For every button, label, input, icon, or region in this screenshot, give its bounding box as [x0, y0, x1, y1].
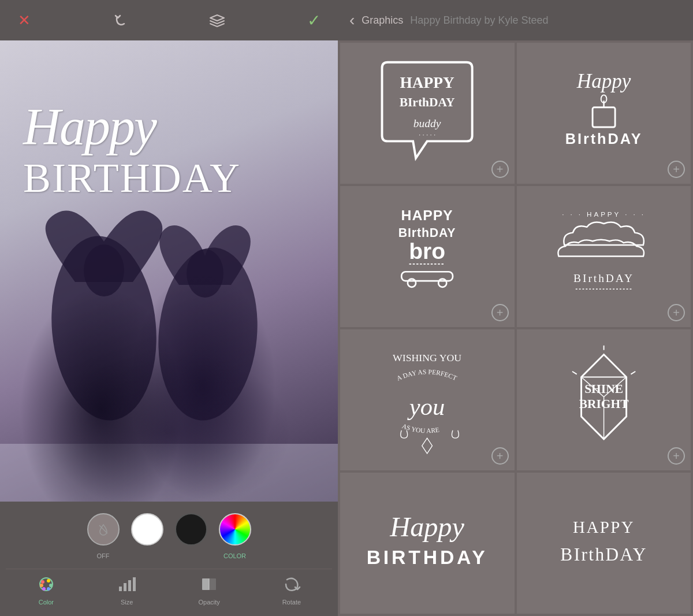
- label-color: COLOR: [219, 552, 251, 559]
- opacity-icon: [200, 576, 218, 596]
- svg-rect-14: [124, 583, 126, 591]
- color-palette-icon: [37, 576, 55, 596]
- svg-rect-18: [209, 578, 216, 590]
- svg-text:BRIGHT: BRIGHT: [579, 398, 628, 411]
- bottom-tools: OFF COLOR Color: [0, 502, 338, 616]
- layers-button[interactable]: [204, 8, 230, 33]
- layers-icon: [208, 12, 226, 28]
- svg-text:BIrthDAY: BIrthDAY: [565, 131, 642, 147]
- graphic-svg-hb-candle: Happy BIrthDAY: [534, 57, 673, 169]
- label-off: OFF: [87, 552, 120, 559]
- label-black: [175, 552, 207, 559]
- graphic-item-hb-bro[interactable]: HAPPY BIrthDAY bro +: [340, 186, 515, 327]
- svg-text:HAPPY: HAPPY: [573, 518, 635, 536]
- canvas-area: Happy BIrthday: [0, 40, 338, 502]
- svg-point-12: [40, 584, 43, 587]
- graphic-svg-hb-clouds: · · · HAPPY · · · BIrthDAY: [534, 200, 673, 313]
- svg-text:Happy: Happy: [389, 511, 464, 542]
- svg-point-11: [42, 587, 46, 591]
- back-icon: ‹: [349, 11, 355, 29]
- photo-overlay: [0, 40, 338, 502]
- svg-point-9: [49, 584, 53, 587]
- right-header: ‹ Graphics Happy Birthday by Kyle Steed: [338, 0, 693, 40]
- nav-color-label: Color: [39, 599, 54, 606]
- add-button-4[interactable]: +: [668, 304, 685, 321]
- graphic-item-hb-buddy[interactable]: HAPPY BIrthDAY buddy · · · · · +: [340, 43, 515, 184]
- swatch-color[interactable]: [219, 513, 251, 546]
- add-button-3[interactable]: +: [491, 304, 509, 321]
- graphic-item-hb-candle[interactable]: Happy BIrthDAY +: [517, 43, 691, 184]
- nav-size-label: Size: [121, 599, 133, 606]
- check-icon: ✓: [307, 11, 321, 30]
- add-button-1[interactable]: +: [491, 161, 509, 178]
- graphic-item-bottom1[interactable]: Happy BIRTHDAY: [340, 473, 515, 614]
- svg-text:HAPPY: HAPPY: [400, 74, 454, 91]
- svg-rect-15: [128, 580, 131, 591]
- left-panel: ✕ ✓: [0, 0, 338, 616]
- close-icon: ✕: [18, 13, 31, 28]
- graphics-grid: HAPPY BIrthDAY buddy · · · · · + Happy B…: [338, 40, 693, 616]
- svg-line-50: [631, 372, 635, 374]
- rotate-icon: [282, 576, 301, 596]
- back-button[interactable]: ‹: [349, 11, 355, 29]
- right-panel: ‹ Graphics Happy Birthday by Kyle Steed …: [338, 0, 693, 616]
- svg-text:BIrthDAY: BIrthDAY: [400, 95, 455, 109]
- svg-point-10: [47, 587, 50, 591]
- nav-size-button[interactable]: Size: [111, 574, 143, 608]
- graphic-item-bottom2[interactable]: HAPPY BIrthDAY: [517, 473, 691, 614]
- color-options: [6, 513, 332, 546]
- svg-line-51: [572, 372, 577, 374]
- svg-text:you: you: [407, 394, 445, 421]
- svg-text:bro: bro: [409, 239, 445, 264]
- label-white: [131, 552, 163, 559]
- nav-rotate-button[interactable]: Rotate: [275, 574, 308, 608]
- close-button[interactable]: ✕: [12, 8, 37, 33]
- graphic-item-wishing-you[interactable]: WISHING YOU A DAY AS PERFECT you AS YOU …: [340, 329, 515, 470]
- swatch-black[interactable]: [175, 513, 207, 546]
- svg-text:WISHING YOU: WISHING YOU: [393, 352, 461, 363]
- add-button-2[interactable]: +: [668, 161, 685, 178]
- nav-rotate-label: Rotate: [282, 599, 301, 606]
- graphic-svg-bottom1: Happy BIRTHDAY: [357, 487, 497, 599]
- nav-opacity-label: Opacity: [199, 599, 220, 606]
- add-button-6[interactable]: +: [668, 447, 685, 465]
- svg-rect-17: [202, 578, 209, 590]
- header-title: Happy Birthday by Kyle Steed: [410, 14, 548, 27]
- svg-text:BIRTHDAY: BIRTHDAY: [367, 546, 488, 568]
- svg-text:BIrthDAY: BIrthDAY: [573, 272, 634, 284]
- swatch-white[interactable]: [131, 513, 163, 546]
- graphic-svg-bottom2: HAPPY BIrthDAY: [534, 487, 673, 599]
- nav-color-button[interactable]: Color: [30, 574, 62, 608]
- svg-rect-13: [119, 587, 122, 591]
- swatch-off[interactable]: [87, 513, 120, 546]
- svg-rect-16: [133, 577, 136, 591]
- svg-text:· · · HAPPY · · ·: · · · HAPPY · · ·: [562, 211, 646, 218]
- header-category: Graphics: [362, 14, 403, 27]
- svg-text:SHINE: SHINE: [584, 382, 623, 396]
- swatch-labels: OFF COLOR: [6, 552, 332, 559]
- bottom-nav: Color Size: [6, 569, 332, 610]
- confirm-button[interactable]: ✓: [301, 8, 326, 33]
- svg-text:Happy: Happy: [576, 70, 631, 92]
- droplet-off-icon: [97, 523, 110, 536]
- undo-button[interactable]: [108, 8, 133, 33]
- svg-point-7: [41, 580, 44, 584]
- svg-point-8: [47, 579, 50, 582]
- size-icon: [118, 576, 136, 596]
- photo-background: Happy BIrthday: [0, 40, 338, 502]
- graphic-svg-wishing-you: WISHING YOU A DAY AS PERFECT you AS YOU …: [357, 343, 497, 456]
- undo-icon: [113, 12, 129, 28]
- svg-text:HAPPY: HAPPY: [401, 208, 453, 224]
- svg-rect-25: [593, 107, 615, 127]
- graphic-svg-hb-bro: HAPPY BIrthDAY bro: [357, 200, 497, 313]
- graphic-svg-shine-bright: SHINE BRIGHT: [534, 343, 673, 456]
- graphic-svg-hb-buddy: HAPPY BIrthDAY buddy · · · · ·: [357, 57, 497, 169]
- nav-opacity-button[interactable]: Opacity: [192, 574, 227, 608]
- svg-text:· · · · ·: · · · · ·: [419, 131, 435, 138]
- svg-text:BIrthDAY: BIrthDAY: [560, 544, 647, 565]
- graphic-item-hb-clouds[interactable]: · · · HAPPY · · · BIrthDAY +: [517, 186, 691, 327]
- svg-text:A DAY AS PERFECT: A DAY AS PERFECT: [396, 369, 458, 383]
- svg-text:buddy: buddy: [413, 117, 441, 129]
- graphic-item-shine-bright[interactable]: SHINE BRIGHT +: [517, 329, 691, 470]
- add-button-5[interactable]: +: [491, 447, 509, 465]
